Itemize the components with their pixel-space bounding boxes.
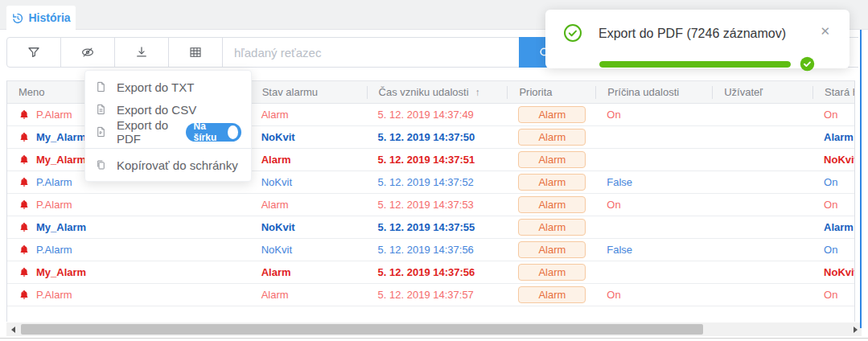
alarm-bell-icon [19, 176, 30, 188]
alarm-bell-icon [19, 289, 30, 301]
scroll-left-arrow[interactable] [6, 323, 19, 336]
alarm-bell-icon [19, 154, 30, 166]
vertical-scroll-indicator[interactable] [860, 30, 862, 328]
col-header-cas-vzniku[interactable]: Čas vzniku udalosti↑ [367, 86, 508, 99]
menu-item-copy-clipboard[interactable]: Kopírovať do schránky [85, 154, 251, 176]
priority-badge: Alarm [518, 151, 586, 168]
alarm-bell-icon [19, 109, 30, 121]
landscape-toggle[interactable]: Na šírku [186, 123, 241, 142]
alarm-bell-icon [19, 199, 30, 211]
check-circle-icon [563, 23, 582, 43]
search-input[interactable] [223, 38, 519, 67]
filter-icon [27, 45, 41, 60]
table-row[interactable]: My_Alarm NoKvit 5. 12. 2019 14:37:55 Ala… [7, 216, 854, 239]
col-header-pricina[interactable]: Príčina udalosti [595, 86, 712, 99]
col-header-stav-alarmu[interactable]: Stav alarmu [250, 86, 367, 99]
export-toast: Export do PDF (7246 záznamov) ✕ [545, 10, 849, 68]
tab-historia[interactable]: História [6, 6, 76, 30]
priority-badge: Alarm [518, 106, 586, 123]
tab-label: História [28, 11, 70, 24]
columns-button[interactable] [169, 38, 223, 67]
toggle-knob [228, 125, 238, 139]
col-header-priorita[interactable]: Priorita [507, 86, 595, 99]
file-csv-icon [95, 103, 107, 116]
window-bottom-border [0, 338, 868, 339]
scrollbar-track[interactable] [19, 323, 849, 336]
alarm-bell-icon [19, 244, 30, 256]
sort-asc-icon: ↑ [475, 87, 480, 98]
alarm-bell-icon [19, 266, 30, 278]
priority-badge: Alarm [518, 264, 586, 281]
col-header-uzivatel[interactable]: Užívateľ [712, 86, 812, 99]
priority-badge: Alarm [518, 241, 586, 258]
scrollbar-thumb[interactable] [21, 324, 703, 335]
export-button[interactable] [115, 38, 169, 67]
toolbar [6, 37, 571, 68]
menu-item-export-csv[interactable]: Export do CSV [85, 98, 251, 121]
priority-badge: Alarm [518, 286, 586, 303]
table-row[interactable]: P.Alarm Alarm 5. 12. 2019 14:37:53 Alarm… [7, 194, 854, 216]
menu-item-export-pdf[interactable]: Export do PDF Na šírku [85, 121, 251, 143]
copy-icon [95, 158, 107, 171]
col-header-stara-hodnota[interactable]: Stará ho [812, 86, 854, 99]
export-dropdown-menu: Export do TXT Export do CSV Export do PD… [84, 70, 252, 182]
file-pdf-icon [95, 125, 107, 138]
eye-off-icon [80, 45, 95, 60]
table-grid-icon [188, 45, 203, 60]
progress-complete-icon [800, 56, 815, 72]
progress-track [599, 61, 791, 68]
file-txt-icon [95, 80, 107, 93]
priority-badge: Alarm [518, 219, 586, 236]
toast-close-button[interactable]: ✕ [820, 24, 830, 39]
priority-badge: Alarm [518, 129, 586, 146]
menu-separator [85, 148, 251, 149]
priority-badge: Alarm [518, 196, 586, 213]
alarm-bell-icon [19, 131, 30, 143]
progress-bar [599, 61, 791, 68]
table-row[interactable]: P.Alarm NoKvit 5. 12. 2019 14:37:56 Alar… [7, 239, 854, 261]
priority-badge: Alarm [518, 174, 586, 191]
horizontal-scrollbar[interactable] [6, 323, 862, 336]
filter-button[interactable] [7, 38, 61, 67]
table-row[interactable]: My_Alarm Alarm 5. 12. 2019 14:37:56 Alar… [7, 261, 854, 284]
alarm-bell-icon [19, 221, 30, 233]
toast-message: Export do PDF (7246 záznamov) [599, 27, 786, 41]
download-icon [134, 45, 149, 60]
menu-item-export-txt[interactable]: Export do TXT [85, 76, 251, 98]
history-icon [11, 12, 23, 24]
hide-button[interactable] [61, 38, 115, 67]
alarm-history-window: História [0, 0, 868, 341]
table-row[interactable]: P.Alarm Alarm 5. 12. 2019 14:37:57 Alarm… [7, 284, 854, 306]
